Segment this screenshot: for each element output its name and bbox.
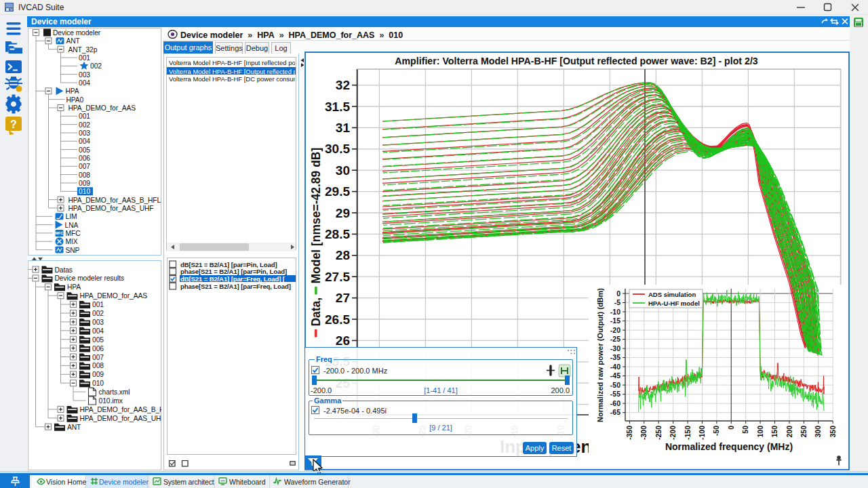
- svg-text:010: 010: [92, 380, 104, 387]
- svg-text:HPA: HPA: [66, 87, 79, 95]
- svg-text:009: 009: [92, 371, 104, 378]
- svg-text:003: 003: [79, 71, 90, 79]
- svg-text:010: 010: [79, 188, 90, 195]
- svg-text:007: 007: [79, 163, 90, 170]
- svg-text:ANT: ANT: [67, 424, 81, 431]
- svg-text:005: 005: [92, 336, 104, 344]
- svg-text:001: 001: [92, 301, 104, 308]
- svg-text:MFC: MFC: [66, 230, 81, 237]
- svg-text:HPA0: HPA0: [66, 96, 84, 104]
- svg-text:005: 005: [79, 146, 90, 154]
- svg-text:HPA_DEMO_for_AAS_B_HFLF: HPA_DEMO_for_AAS_B_HFLF: [80, 406, 162, 413]
- svg-text:004: 004: [79, 138, 90, 145]
- svg-text:SNP: SNP: [66, 247, 80, 254]
- svg-text:MIX: MIX: [66, 238, 78, 245]
- svg-text:006: 006: [79, 155, 90, 162]
- svg-text:Device modeler results: Device modeler results: [55, 274, 125, 282]
- svg-text:007: 007: [92, 354, 104, 361]
- svg-text:MFC: MFC: [56, 231, 64, 235]
- svg-text:?: ?: [10, 119, 17, 130]
- svg-text:003: 003: [79, 129, 90, 137]
- svg-text:IV: IV: [9, 7, 13, 12]
- svg-text:002: 002: [79, 121, 90, 129]
- svg-text:003: 003: [92, 319, 104, 326]
- svg-text:009: 009: [79, 180, 90, 187]
- svg-text:ANT_32p: ANT_32p: [68, 46, 98, 54]
- svg-text:008: 008: [79, 171, 90, 179]
- svg-text:charts.xml: charts.xml: [99, 388, 130, 396]
- svg-text:002: 002: [90, 62, 102, 70]
- svg-text:Device modeler: Device modeler: [53, 29, 101, 37]
- svg-text:006: 006: [92, 345, 104, 352]
- svg-text:HPA_DEMO_for_AAS_UHF: HPA_DEMO_for_AAS_UHF: [80, 415, 162, 422]
- svg-text:LIM: LIM: [66, 213, 77, 220]
- svg-text:ANT: ANT: [66, 37, 81, 45]
- svg-text:LNA: LNA: [65, 222, 79, 229]
- svg-text:001: 001: [79, 54, 90, 62]
- svg-text:HPA_DEMO_for_AAS_B_HFLF: HPA_DEMO_for_AAS_B_HFLF: [68, 197, 162, 204]
- svg-text:010.imx: 010.imx: [99, 397, 123, 405]
- svg-text:HPA_DEMO_for_AAS: HPA_DEMO_for_AAS: [80, 292, 148, 300]
- svg-text:008: 008: [92, 362, 104, 369]
- svg-text:004: 004: [92, 327, 104, 335]
- svg-text:Datas: Datas: [55, 266, 73, 274]
- svg-text:HPA_DEMO_for_AAS_UHF: HPA_DEMO_for_AAS_UHF: [68, 205, 154, 212]
- svg-text:HPA_DEMO_for_AAS: HPA_DEMO_for_AAS: [68, 104, 136, 112]
- svg-text:001: 001: [79, 113, 90, 120]
- svg-text:HPA: HPA: [67, 283, 81, 291]
- svg-text:004: 004: [79, 79, 90, 87]
- svg-text:002: 002: [92, 310, 104, 317]
